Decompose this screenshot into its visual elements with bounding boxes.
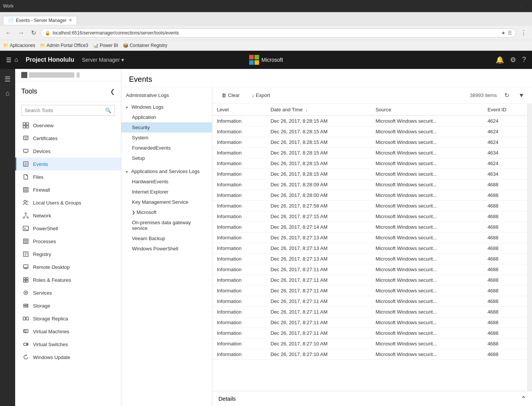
table-row[interactable]: InformationDec 26, 2017, 8:27:11 AMMicro… (212, 275, 527, 286)
log-setup[interactable]: Setup (121, 153, 212, 163)
tool-item-remote-desktop[interactable]: Remote Desktop (15, 261, 121, 273)
col-eventid[interactable]: Event ID (483, 104, 527, 116)
table-row[interactable]: InformationDec 26, 2017, 8:27:14 AMMicro… (212, 222, 527, 233)
log-system[interactable]: System (121, 133, 212, 143)
home-nav-icon[interactable]: ⌂ (6, 89, 10, 97)
tool-item-network[interactable]: Network (15, 209, 121, 222)
log-hardware-events[interactable]: HardwareEvents (121, 176, 212, 187)
tool-item-virtual-switches[interactable]: Virtual Switches (15, 338, 121, 351)
search-button[interactable]: 🔍 (102, 105, 115, 116)
log-forwarded-events[interactable]: ForwardedEvents (121, 143, 212, 153)
table-row[interactable]: InformationDec 26, 2017, 8:28:15 AMMicro… (212, 158, 527, 169)
admin-logs-item[interactable]: Administrative Logs (121, 90, 212, 100)
table-row[interactable]: InformationDec 26, 2017, 8:27:11 AMMicro… (212, 307, 527, 317)
table-row[interactable]: InformationDec 26, 2017, 8:27:10 AMMicro… (212, 349, 527, 360)
table-row[interactable]: InformationDec 26, 2017, 8:27:11 AMMicro… (212, 286, 527, 296)
table-row[interactable]: InformationDec 26, 2017, 8:28:09 AMMicro… (212, 180, 527, 190)
tool-item-certificates[interactable]: Certificates (15, 132, 121, 145)
table-row[interactable]: InformationDec 26, 2017, 8:27:11 AMMicro… (212, 328, 527, 339)
tool-item-windows-update[interactable]: Windows Update (15, 351, 121, 364)
tool-item-storage[interactable]: Storage (15, 299, 121, 312)
settings-icon[interactable]: ⚙ (510, 56, 516, 64)
tool-item-roles-&-features[interactable]: Roles & Features (15, 273, 121, 286)
extension-icon[interactable]: ☰ (508, 30, 512, 36)
collapse-tools-button[interactable]: ❮ (110, 88, 115, 95)
reload-button[interactable]: ↻ (29, 28, 38, 37)
log-internet-explorer[interactable]: Internet Explorer (121, 187, 212, 197)
bookmark-power-bi[interactable]: 📊 Power BI (93, 43, 118, 48)
col-level[interactable]: Level (212, 104, 266, 116)
event-table-head: Level Date and Time ↓ Source Event ID (212, 104, 527, 116)
log-application[interactable]: Application (121, 112, 212, 122)
tool-item-local-users-&-groups[interactable]: Local Users & Groups (15, 196, 121, 209)
search-input[interactable] (22, 105, 102, 116)
tab-close-icon[interactable]: ✕ (69, 18, 72, 23)
address-bar[interactable]: 🔒 localhost:6516/servermanager/connectio… (41, 28, 516, 37)
tool-item-processes[interactable]: Processes (15, 235, 121, 248)
minimize-button[interactable]: – (492, 2, 504, 11)
table-row[interactable]: InformationDec 26, 2017, 8:28:15 AMMicro… (212, 137, 527, 148)
tool-item-powershell[interactable]: PowerShell (15, 222, 121, 235)
log-on-premises[interactable]: On-premises data gateway service (121, 217, 212, 233)
table-row[interactable]: InformationDec 26, 2017, 8:27:13 AMMicro… (212, 254, 527, 264)
tool-icon-virtual-switches (22, 341, 29, 348)
close-button[interactable]: ✕ (516, 2, 529, 11)
tool-item-registry[interactable]: Registry (15, 248, 121, 261)
app-title-dropdown[interactable]: Server Manager ▾ (82, 57, 124, 63)
table-row[interactable]: InformationDec 26, 2017, 8:28:00 AMMicro… (212, 190, 527, 201)
table-row[interactable]: InformationDec 26, 2017, 8:27:11 AMMicro… (212, 264, 527, 275)
log-key-management[interactable]: Key Management Service (121, 197, 212, 207)
filter-button[interactable]: ▼ (517, 91, 526, 100)
table-row[interactable]: InformationDec 26, 2017, 8:27:15 AMMicro… (212, 211, 527, 222)
notification-icon[interactable]: 🔔 (496, 56, 504, 64)
log-veeam[interactable]: Veeam Backup (121, 233, 212, 244)
scrollbar[interactable] (527, 104, 532, 391)
tool-item-virtual-machines[interactable]: Virtual Machines (15, 325, 121, 338)
menu-button[interactable]: ⋮ (518, 28, 529, 37)
refresh-button[interactable]: ↻ (503, 90, 511, 100)
tool-item-events[interactable]: Events (15, 158, 121, 170)
log-windows-powershell[interactable]: Windows PowerShell (121, 244, 212, 254)
table-row[interactable]: InformationDec 26, 2017, 8:28:15 AMMicro… (212, 126, 527, 137)
table-row[interactable]: InformationDec 26, 2017, 8:28:15 AMMicro… (212, 116, 527, 126)
tool-item-storage-replica[interactable]: Storage Replica (15, 312, 121, 325)
bookmark-aplicaciones[interactable]: 📁 Aplicaciones (3, 43, 35, 48)
log-security[interactable]: Security (121, 122, 212, 133)
hamburger-icon[interactable]: ☰ (6, 56, 11, 64)
tool-item-overview[interactable]: Overview (15, 119, 121, 132)
tool-item-services[interactable]: Services (15, 286, 121, 299)
tool-item-firewall[interactable]: Firewall (15, 183, 121, 196)
details-collapse-button[interactable]: ⌃ (521, 395, 526, 402)
help-icon[interactable]: ? (522, 56, 526, 64)
tool-icon-remote-desktop (22, 264, 29, 270)
table-row[interactable]: InformationDec 26, 2017, 8:27:13 AMMicro… (212, 243, 527, 254)
bookmark-admin-portal[interactable]: 📁 Admin Portal Office3 (40, 43, 88, 48)
table-row[interactable]: InformationDec 26, 2017, 8:28:15 AMMicro… (212, 169, 527, 180)
table-row[interactable]: InformationDec 26, 2017, 8:27:13 AMMicro… (212, 233, 527, 243)
export-button[interactable]: ↓ Export (249, 91, 273, 100)
log-microsoft[interactable]: ❯ Microsoft (121, 207, 212, 217)
app-services-header[interactable]: ▾ Applications and Services Logs (121, 166, 212, 176)
table-row[interactable]: InformationDec 26, 2017, 8:27:11 AMMicro… (212, 296, 527, 307)
clear-button[interactable]: 🗑 Clear (218, 91, 243, 100)
table-row[interactable]: InformationDec 26, 2017, 8:28:15 AMMicro… (212, 148, 527, 158)
tool-label-services: Services (33, 290, 52, 296)
bookmark-container-registry[interactable]: 📦 Container Registry (123, 43, 168, 48)
table-row[interactable]: InformationDec 26, 2017, 8:27:58 AMMicro… (212, 201, 527, 211)
back-button[interactable]: ← (3, 29, 14, 37)
col-source[interactable]: Source (371, 104, 483, 116)
menu-toggle-icon[interactable]: ☰ (5, 75, 11, 83)
col-datetime[interactable]: Date and Time ↓ (266, 104, 371, 116)
star-icon[interactable]: ★ (501, 30, 505, 36)
home-icon[interactable]: ⌂ (14, 56, 18, 63)
table-row[interactable]: InformationDec 26, 2017, 8:27:10 AMMicro… (212, 339, 527, 349)
table-row[interactable]: InformationDec 26, 2017, 8:27:11 AMMicro… (212, 317, 527, 328)
tool-item-files[interactable]: Files (15, 170, 121, 183)
maximize-button[interactable]: □ (504, 2, 516, 11)
tool-icon-registry (22, 251, 29, 258)
forward-button[interactable]: → (16, 29, 27, 37)
windows-logs-header[interactable]: ▾ Windows Logs (121, 102, 212, 112)
tool-item-devices[interactable]: Devices (15, 145, 121, 158)
active-tab[interactable]: 📄 Events - Server Manager ✕ (3, 16, 77, 25)
svg-rect-29 (24, 239, 28, 244)
